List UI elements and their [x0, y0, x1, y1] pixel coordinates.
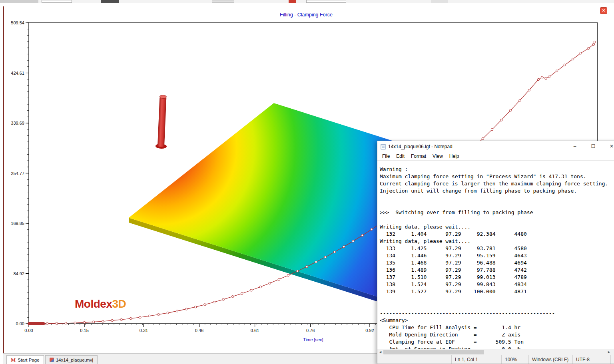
x-tick-label: 0.15	[80, 328, 88, 333]
horizontal-scrollbar[interactable]: ◄ ►	[377, 349, 614, 355]
scrollbar-thumb[interactable]	[383, 350, 484, 354]
data-point-marker	[343, 246, 345, 248]
log-line: 138 1.524 97.29 99.843 4834	[380, 281, 614, 288]
data-point-marker	[195, 306, 197, 308]
log-line: Amt. of Squeeze in Packing = 0.0 %	[380, 346, 614, 349]
data-point-marker	[371, 228, 373, 230]
data-point-marker	[510, 109, 512, 111]
minimize-button[interactable]: –	[566, 141, 584, 152]
data-point-marker	[46, 322, 48, 324]
chart-title: Filling - Clamping Force	[280, 12, 333, 18]
data-point-marker	[594, 41, 596, 43]
window-title: 14x14_plaque06.lgf - Notepad	[388, 144, 453, 149]
data-point-marker	[528, 89, 530, 91]
data-point-marker	[500, 119, 502, 121]
notepad-icon	[381, 143, 386, 149]
moldex-logo-icon: M	[11, 357, 16, 363]
log-line: 133 1.425 97.29 93.781 4580	[380, 245, 614, 252]
notepad-window: 14x14_plaque06.lgf - Notepad – ☐ ✕ File …	[377, 141, 614, 364]
y-tick-label: 0.00	[16, 321, 24, 326]
data-point-marker	[491, 128, 493, 130]
model-file-icon	[50, 358, 54, 362]
data-point-marker	[120, 318, 122, 320]
data-point-marker	[278, 278, 280, 280]
log-line: 136 1.489 97.29 97.788 4742	[380, 267, 614, 274]
data-point-marker	[580, 52, 582, 54]
toolbar-sliver	[0, 0, 614, 3]
menu-help[interactable]: Help	[446, 153, 462, 160]
data-point-marker	[269, 282, 271, 284]
cursor-position: Ln 1, Col 1	[451, 355, 501, 364]
toolbar-fragment	[0, 0, 38, 3]
scroll-right-arrow[interactable]: ►	[606, 349, 612, 355]
log-line: Warning :	[380, 166, 614, 173]
menu-edit[interactable]: Edit	[393, 153, 408, 160]
menu-file[interactable]: File	[379, 153, 393, 160]
data-point-marker	[315, 261, 317, 263]
data-point-marker	[93, 321, 95, 323]
log-line: 132 1.404 97.29 92.384 4480	[380, 231, 614, 238]
data-point-marker	[306, 266, 308, 268]
log-line: Mold-Opening Direction = Z-axis	[380, 331, 614, 338]
data-point-marker	[548, 76, 550, 78]
data-point-marker	[482, 137, 484, 139]
data-point-marker	[545, 78, 547, 80]
menu-view[interactable]: View	[429, 153, 446, 160]
x-axis-label: Time [sec]	[303, 337, 323, 342]
x-tick-label: 0.92	[365, 328, 374, 333]
zoom-level: 100%	[501, 355, 528, 364]
x-tick-label: 0.76	[306, 328, 315, 333]
data-point-marker	[231, 296, 233, 298]
line-ending: Windows (CRLF)	[528, 355, 572, 364]
notepad-titlebar[interactable]: 14x14_plaque06.lgf - Notepad – ☐ ✕	[377, 141, 614, 152]
data-point-marker	[148, 315, 150, 317]
data-point-marker	[541, 76, 543, 78]
data-point-marker	[572, 58, 574, 60]
data-point-marker	[56, 322, 58, 324]
scroll-left-arrow[interactable]: ◄	[377, 349, 383, 355]
menu-format[interactable]: Format	[408, 153, 429, 160]
data-point-marker	[167, 312, 169, 314]
x-tick-label: 0.00	[24, 328, 33, 333]
log-line: ----------------------------------------…	[380, 310, 614, 317]
toolbar-fragment	[42, 0, 72, 3]
data-point-marker	[592, 43, 594, 45]
data-point-marker	[74, 322, 76, 324]
log-line: 134 1.446 97.29 95.159 4643	[380, 252, 614, 259]
chart-close-button[interactable]: ✕	[600, 7, 607, 14]
x-tick-label: 0.46	[195, 328, 203, 333]
log-line: 135 1.468 97.29 96.488 4694	[380, 259, 614, 267]
log-line: 139 1.527 97.29 100.000 4871	[380, 288, 614, 295]
data-point-marker	[102, 320, 104, 322]
close-button[interactable]: ✕	[602, 141, 614, 152]
x-tick-label: 0.31	[140, 328, 148, 333]
tab-project-file[interactable]: 14x14_plaque.mvj	[45, 355, 98, 364]
encoding: UTF-8	[572, 355, 610, 364]
data-point-marker	[130, 317, 132, 319]
x-tick-label: 0.61	[251, 328, 259, 333]
window-border	[3, 6, 4, 354]
data-point-marker	[287, 274, 289, 276]
log-text-area[interactable]: Warning :Maximum clamping force setting …	[377, 161, 614, 349]
data-point-marker	[83, 321, 85, 323]
log-line	[380, 202, 614, 209]
tab-start-page[interactable]: M Start Page	[6, 355, 44, 364]
data-point-marker	[564, 64, 566, 66]
notepad-menubar: File Edit Format View Help	[377, 152, 614, 161]
log-line: >>> Switching over from filling to packi…	[380, 209, 614, 216]
toolbar-fragment	[306, 0, 346, 3]
data-point-marker	[519, 99, 521, 101]
data-point-marker	[250, 289, 252, 291]
y-tick-label: 509.54	[11, 20, 24, 25]
maximize-button[interactable]: ☐	[584, 141, 602, 152]
close-icon: ✕	[602, 8, 605, 13]
logo-3d: 3D	[112, 298, 126, 310]
log-line: Maximum clamping force setting in "Proce…	[380, 173, 614, 180]
data-point-marker	[157, 313, 159, 315]
data-point-marker	[352, 240, 354, 242]
tab-label: Start Page	[18, 358, 39, 362]
window-controls: – ☐ ✕	[566, 141, 614, 152]
data-point-marker	[139, 316, 141, 318]
data-point-marker	[537, 78, 539, 80]
data-point-marker	[213, 301, 215, 303]
